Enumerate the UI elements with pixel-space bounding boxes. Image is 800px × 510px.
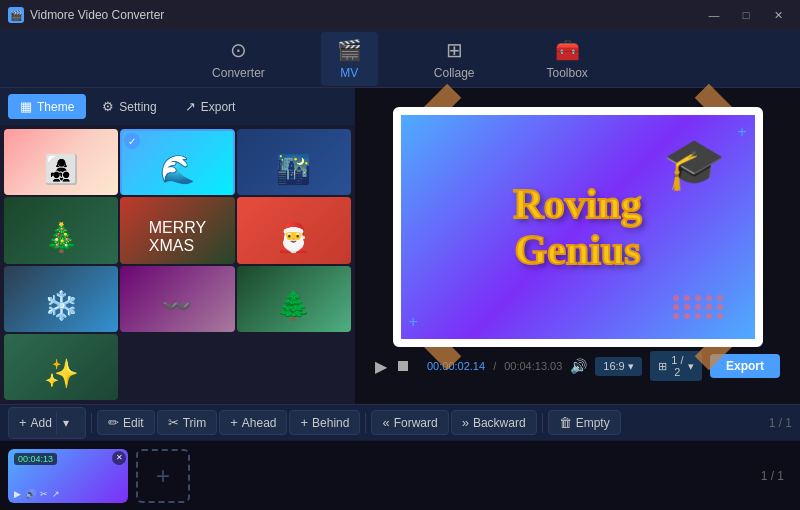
theme-santa-thumb: 🎅 bbox=[237, 197, 351, 263]
theme-stripes-waves[interactable]: 〰️ Stripes & Waves bbox=[120, 266, 234, 332]
clip-time: 00:04:13 bbox=[14, 453, 57, 465]
theme-snowy-thumb: ❄️ bbox=[4, 266, 118, 332]
setting-tab-icon: ⚙ bbox=[102, 99, 114, 114]
maximize-button[interactable]: □ bbox=[732, 5, 760, 25]
add-button[interactable]: + Add ▾ bbox=[8, 407, 86, 439]
ahead-button[interactable]: + Ahead bbox=[219, 410, 287, 435]
theme-grid: 👩‍👧‍👦 Current 🌊 Happy 🌃 Simple bbox=[0, 125, 355, 404]
theme-beautiful-christmas[interactable]: ✨ Beautiful Christmas bbox=[4, 334, 118, 400]
mv-icon: 🎬 bbox=[337, 38, 362, 62]
app-icon: 🎬 bbox=[8, 7, 24, 23]
converter-icon: ⊙ bbox=[230, 38, 247, 62]
preview-dots bbox=[673, 295, 725, 319]
theme-stripes-thumb: 〰️ bbox=[120, 266, 234, 332]
empty-icon: 🗑 bbox=[559, 415, 572, 430]
ratio-label: 16:9 bbox=[603, 360, 624, 372]
backward-icon: » bbox=[462, 415, 469, 430]
clip-audio-icon: 🔊 bbox=[25, 489, 36, 499]
add-clip-button[interactable]: + bbox=[136, 449, 190, 503]
theme-happy[interactable]: 🌊 Happy bbox=[120, 129, 234, 195]
add-label: Add bbox=[31, 416, 52, 430]
counter-right: 1 / 1 bbox=[769, 416, 792, 430]
panel-tabs: ▦ Theme ⚙ Setting ↗ Export bbox=[0, 88, 355, 125]
preview-title: Roving Genius bbox=[513, 181, 641, 273]
pages-icon: ⊞ bbox=[658, 360, 667, 373]
tab-export[interactable]: ↗ Export bbox=[173, 94, 248, 119]
edit-label: Edit bbox=[123, 416, 144, 430]
timeline: 00:04:13 ✕ ▶ 🔊 ✂ ↗ + 1 / 1 bbox=[0, 440, 800, 510]
add-clip-icon: + bbox=[156, 462, 170, 490]
clip-play-icon: ▶ bbox=[14, 489, 21, 499]
app-title: Vidmore Video Converter bbox=[30, 8, 164, 22]
theme-tab-icon: ▦ bbox=[20, 99, 32, 114]
clip-export-icon: ↗ bbox=[52, 489, 60, 499]
titlebar-left: 🎬 Vidmore Video Converter bbox=[8, 7, 164, 23]
preview-area: 🎓 + + Roving Genius bbox=[393, 107, 763, 347]
main-content: ▦ Theme ⚙ Setting ↗ Export 👩‍👧‍👦 Current bbox=[0, 88, 800, 404]
timeline-clip[interactable]: 00:04:13 ✕ ▶ 🔊 ✂ ↗ bbox=[8, 449, 128, 503]
theme-merry-thumb: MERRYXMAS bbox=[120, 197, 234, 263]
timeline-counter: 1 / 1 bbox=[761, 469, 792, 483]
theme-santa-claus[interactable]: 🎅 Santa Claus bbox=[237, 197, 351, 263]
theme-current[interactable]: 👩‍👧‍👦 Current bbox=[4, 129, 118, 195]
stop-button[interactable]: ⏹ bbox=[395, 357, 411, 375]
right-panel: 🎓 + + Roving Genius ▶ ⏹ bbox=[355, 88, 800, 404]
nav-toolbox[interactable]: 🧰 Toolbox bbox=[531, 32, 604, 86]
tab-theme[interactable]: ▦ Theme bbox=[8, 94, 86, 119]
edit-icon: ✏ bbox=[108, 415, 119, 430]
collage-icon: ⊞ bbox=[446, 38, 463, 62]
nav-mv-label: MV bbox=[340, 66, 358, 80]
behind-button[interactable]: + Behind bbox=[289, 410, 360, 435]
behind-label: Behind bbox=[312, 416, 349, 430]
theme-christmas-eve-thumb: 🎄 bbox=[4, 197, 118, 263]
theme-merry-christmas[interactable]: MERRYXMAS Merry Christmas bbox=[120, 197, 234, 263]
theme-simple-thumb: 🌃 bbox=[237, 129, 351, 195]
time-current: 00:00:02.14 bbox=[427, 360, 485, 372]
add-icon: + bbox=[19, 415, 27, 430]
titlebar-controls[interactable]: — □ ✕ bbox=[700, 5, 792, 25]
volume-icon[interactable]: 🔊 bbox=[570, 358, 587, 374]
nav-converter[interactable]: ⊙ Converter bbox=[196, 32, 281, 86]
play-button[interactable]: ▶ bbox=[375, 357, 387, 376]
behind-icon: + bbox=[300, 415, 308, 430]
time-total: 00:04:13.03 bbox=[504, 360, 562, 372]
tab-setting[interactable]: ⚙ Setting bbox=[90, 94, 168, 119]
add-dropdown-icon[interactable]: ▾ bbox=[56, 412, 75, 434]
theme-current-thumb: 👩‍👧‍👦 bbox=[4, 129, 118, 195]
theme-christmas-eve[interactable]: 🎄 Christmas Eve bbox=[4, 197, 118, 263]
edit-button[interactable]: ✏ Edit bbox=[97, 410, 155, 435]
empty-button[interactable]: 🗑 Empty bbox=[548, 410, 621, 435]
theme-happy-thumb: 🌊 bbox=[120, 129, 234, 195]
clip-icons: ▶ 🔊 ✂ ↗ bbox=[14, 489, 60, 499]
plus-icon-topright: + bbox=[737, 123, 746, 141]
minimize-button[interactable]: — bbox=[700, 5, 728, 25]
close-button[interactable]: ✕ bbox=[764, 5, 792, 25]
theme-beautiful-thumb: ✨ bbox=[4, 334, 118, 400]
toolbox-icon: 🧰 bbox=[555, 38, 580, 62]
tab-theme-label: Theme bbox=[37, 100, 74, 114]
ahead-label: Ahead bbox=[242, 416, 277, 430]
forward-button[interactable]: « Forward bbox=[371, 410, 448, 435]
forward-icon: « bbox=[382, 415, 389, 430]
theme-snowy-night[interactable]: ❄️ Snowy Night bbox=[4, 266, 118, 332]
ratio-button[interactable]: 16:9 ▾ bbox=[595, 357, 641, 376]
theme-christmas-tree-thumb: 🌲 bbox=[237, 266, 351, 332]
empty-label: Empty bbox=[576, 416, 610, 430]
bottom-toolbar: + Add ▾ ✏ Edit ✂ Trim + Ahead + Behind «… bbox=[0, 404, 800, 440]
trim-label: Trim bbox=[183, 416, 207, 430]
backward-button[interactable]: » Backward bbox=[451, 410, 537, 435]
nav-collage[interactable]: ⊞ Collage bbox=[418, 32, 491, 86]
nav-mv[interactable]: 🎬 MV bbox=[321, 32, 378, 86]
trim-button[interactable]: ✂ Trim bbox=[157, 410, 218, 435]
preview-text: Roving Genius bbox=[513, 181, 641, 273]
nav-converter-label: Converter bbox=[212, 66, 265, 80]
theme-christmas-tree[interactable]: 🌲 Christmas Tree bbox=[237, 266, 351, 332]
tab-setting-label: Setting bbox=[119, 100, 156, 114]
clip-trim-icon: ✂ bbox=[40, 489, 48, 499]
left-panel: ▦ Theme ⚙ Setting ↗ Export 👩‍👧‍👦 Current bbox=[0, 88, 355, 404]
clip-close-button[interactable]: ✕ bbox=[112, 451, 126, 465]
export-tab-icon: ↗ bbox=[185, 99, 196, 114]
pages-chevron-icon: ▾ bbox=[688, 360, 694, 373]
theme-simple[interactable]: 🌃 Simple bbox=[237, 129, 351, 195]
nav-toolbox-label: Toolbox bbox=[547, 66, 588, 80]
